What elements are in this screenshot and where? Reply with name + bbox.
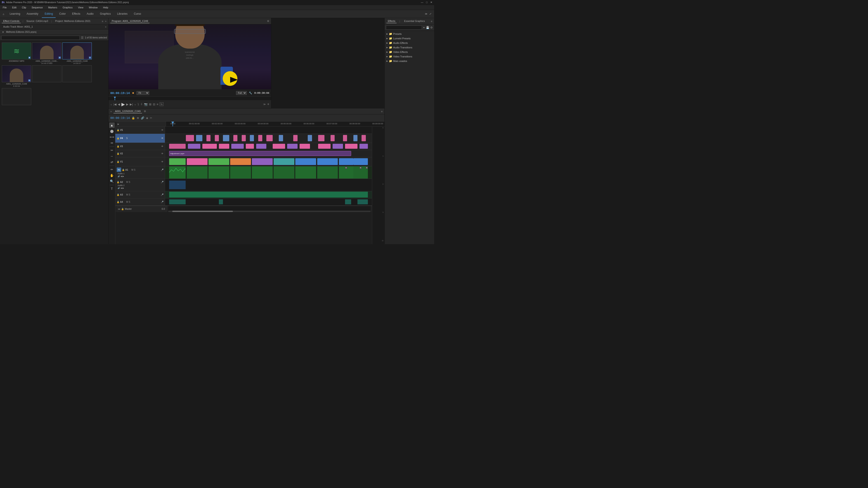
media-item-4[interactable]	[32, 65, 62, 87]
v4-clip-11[interactable]	[279, 135, 283, 141]
rolling-edit-tool[interactable]: ⇔	[109, 140, 115, 145]
media-item-3[interactable]: ⊞ A001_12292020_C249 9:30:04	[2, 65, 31, 87]
effects-panel-menu[interactable]: ≡	[431, 20, 432, 23]
step-fwd-btn[interactable]: ▶|	[130, 103, 133, 106]
effects-settings-icon[interactable]: ⚙	[430, 26, 433, 29]
track-a3-content[interactable]	[165, 191, 372, 198]
v4-clip-16[interactable]	[343, 135, 347, 141]
v1-seg-2[interactable]	[187, 158, 208, 165]
zoom-tool[interactable]: 🔍	[109, 178, 115, 184]
media-item-1[interactable]: ⊞ A001_12292020_C249... 14:49:37980	[32, 42, 62, 64]
v1-seg-1[interactable]	[169, 158, 186, 165]
razor-tool[interactable]: ✂	[109, 148, 115, 153]
a1-lock[interactable]: 🔒	[122, 169, 125, 171]
insert-btn[interactable]: ⤵	[137, 103, 139, 106]
a1-m-btn[interactable]: M	[131, 169, 133, 171]
extract-btn[interactable]: ⊟	[153, 103, 155, 106]
v3-clip-8[interactable]	[273, 144, 285, 149]
v4-clip-15[interactable]	[331, 135, 335, 141]
v1-seg-10[interactable]	[353, 158, 368, 165]
effects-lumetri[interactable]: ▶ 📁 Lumetri Presets	[384, 36, 434, 41]
v4-clip-5[interactable]	[223, 135, 229, 141]
v4-clip-13[interactable]	[308, 135, 312, 141]
tab-program[interactable]: Program: A001_12292020_C249	[110, 19, 150, 23]
v4-clip-7[interactable]	[242, 135, 246, 141]
v3-clip-12[interactable]	[333, 144, 343, 149]
effects-audio-transitions[interactable]: ▶ 📁 Audio Transitions	[384, 45, 434, 50]
step-frame-fwd-btn[interactable]: ▶	[126, 103, 128, 106]
mark-out-btn[interactable]: ⬦	[134, 103, 136, 106]
v5-eye[interactable]: 👁	[161, 129, 163, 131]
media-item-2[interactable]: ⊞ A001_12292020_C249 14:59:07	[62, 42, 92, 64]
tab-audio-mixer[interactable]: Audio Track Mixer: A001_1	[2, 25, 34, 29]
hand-tool[interactable]: ✋	[109, 173, 115, 178]
timeline-timecode[interactable]: 00:00:19:14	[110, 116, 130, 120]
effects-audio-effects[interactable]: ▶ 📁 Audio Effects	[384, 41, 434, 45]
vol-prev-2[interactable]: ◀	[121, 187, 122, 189]
match-frame-btn[interactable]: ≡	[157, 103, 158, 106]
tl-lock-icon[interactable]: 🔒	[132, 117, 135, 120]
mark-in-btn[interactable]: ⬦	[110, 103, 112, 106]
wrench-icon[interactable]: 🔧	[249, 92, 252, 95]
vol-next[interactable]: ▶	[123, 175, 124, 177]
menu-view[interactable]: View	[77, 6, 84, 9]
monitor-playhead-bar[interactable]	[108, 97, 271, 100]
v3-clip-2[interactable]	[188, 144, 200, 149]
tl-snap-icon[interactable]: ⊕	[137, 117, 139, 120]
track-v1-content[interactable]	[165, 157, 372, 166]
v4-clip-4[interactable]	[215, 135, 219, 141]
v4-clip-17[interactable]	[353, 135, 358, 141]
menu-window[interactable]: Window	[88, 6, 99, 9]
tab-project[interactable]: Project: Melhores Editores 2021	[54, 19, 92, 23]
media-item-6[interactable]	[2, 88, 31, 105]
tab-audio[interactable]: Audio	[84, 10, 96, 18]
panel-close-btn[interactable]: ×	[105, 20, 106, 23]
v1-seg-8[interactable]	[317, 158, 338, 165]
overwrite-btn[interactable]: ⇩	[141, 103, 143, 106]
a2-s-btn[interactable]: S	[129, 181, 130, 183]
a3-m-btn[interactable]: M	[126, 193, 128, 196]
track-v3-content[interactable]	[165, 143, 372, 150]
more-controls-btn[interactable]: ≫	[263, 103, 266, 106]
tab-timeline[interactable]: A001_12292020_C249	[114, 109, 142, 113]
pen-tool[interactable]: ✏	[109, 167, 115, 172]
v4-clip-6[interactable]	[233, 135, 238, 141]
v1-seg-3[interactable]	[209, 158, 229, 165]
minimize-button[interactable]: —	[421, 1, 423, 4]
quality-dropdown[interactable]: Full 1/2 1/4	[236, 91, 247, 95]
media-item-audio[interactable]: ≋ ▶ ZOOM0317.MP3	[2, 42, 31, 64]
list-view-icon[interactable]: ☰	[81, 36, 84, 39]
v3-eye[interactable]: 👁	[161, 145, 163, 148]
menu-help[interactable]: Help	[102, 6, 109, 9]
a2-lock[interactable]: 🔒	[117, 181, 119, 183]
tl-linked-icon[interactable]: 🔗	[141, 117, 144, 120]
tl-razor-icon[interactable]: ✂	[150, 117, 152, 120]
v3-clip-5[interactable]	[231, 144, 244, 149]
a3-s-btn[interactable]: S	[129, 193, 130, 196]
timeline-close-seq[interactable]: ×	[110, 110, 112, 113]
master-lock[interactable]: 🔒	[121, 208, 124, 210]
monitor-timecode[interactable]: 00:00:19:14	[110, 91, 130, 95]
monitor-settings-icon[interactable]: ⚙	[267, 20, 269, 23]
v3-clip-14[interactable]	[360, 144, 368, 149]
panel-close-btn2[interactable]: ×	[105, 26, 106, 28]
expand-btn[interactable]: ⤢	[429, 12, 431, 15]
tab-curso[interactable]: Curso	[131, 10, 144, 18]
step-frame-back-btn[interactable]: ◀	[118, 103, 120, 106]
timeline-scrollbar[interactable]	[168, 211, 371, 212]
v4-clip-3[interactable]	[207, 135, 211, 141]
v1-seg-6[interactable]	[274, 158, 294, 165]
a4-m-btn[interactable]: M	[126, 201, 128, 203]
v3-clip-7[interactable]	[256, 144, 267, 149]
vol-next-2[interactable]: ▶	[123, 187, 124, 189]
tab-effect-controls[interactable]: Effect Controls	[2, 19, 21, 23]
v1-seg-9[interactable]	[339, 158, 353, 165]
fit-dropdown[interactable]: Fit 100% 50%	[136, 91, 149, 95]
v3-clip-13[interactable]	[345, 144, 358, 149]
v1-lock[interactable]: 🔒	[117, 161, 119, 163]
effects-search-input[interactable]	[386, 26, 422, 30]
vol-prev[interactable]: ◀	[121, 175, 122, 177]
v4-clip-1[interactable]	[186, 135, 194, 141]
effects-video-effects[interactable]: ▶ 📁 Video Effects	[384, 50, 434, 54]
a2-m-btn[interactable]: M	[126, 181, 128, 183]
